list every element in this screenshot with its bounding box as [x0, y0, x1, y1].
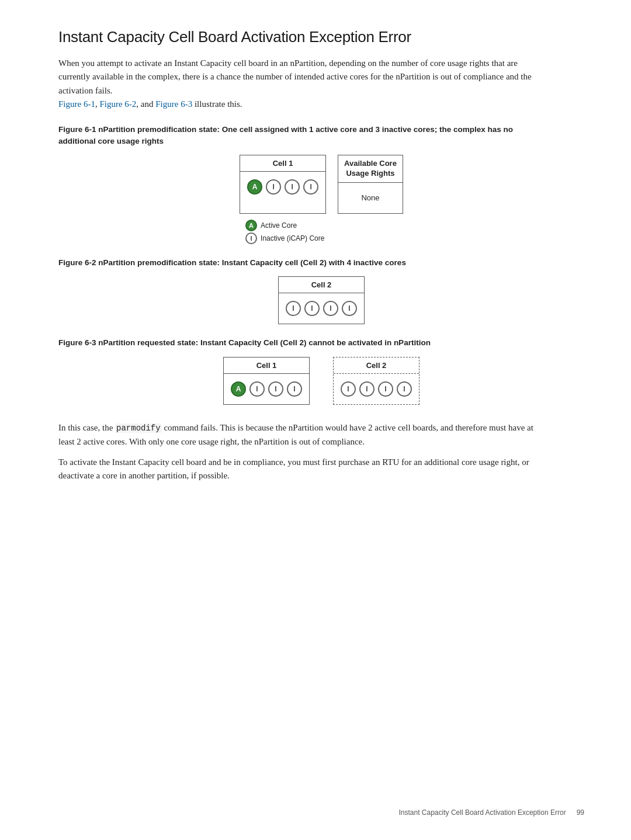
page-footer: Instant Capacity Cell Board Activation E…	[399, 808, 585, 817]
fig3-content: Cell 1 A I I I Cell 2 I I I I	[223, 357, 419, 405]
legend-inactive-item: I Inactive (iCAP) Core	[245, 232, 324, 244]
fig3-cell2-header: Cell 2	[334, 357, 419, 374]
fig2-caption: Figure 6-2 nPartition premodification st…	[58, 257, 538, 269]
fig3-cell2-inactive-2: I	[359, 381, 375, 397]
inactive-core-1-fig1: I	[266, 179, 281, 195]
legend-active-label: Active Core	[261, 221, 297, 230]
fig1-cell1-header: Cell 1	[240, 155, 325, 172]
inactive-core-2-fig1: I	[285, 179, 300, 195]
intro-text: When you attempt to activate an Instant …	[58, 58, 532, 95]
figure1-area: Cell 1 A I I I Available Core Usage Righ…	[58, 155, 584, 244]
parmodify-code: parmodify	[115, 424, 162, 433]
page-title: Instant Capacity Cell Board Activation E…	[58, 28, 584, 46]
fig1-rights-value: None	[338, 183, 403, 213]
fig3-cell1-body: A I I I	[224, 374, 309, 404]
fig3-link[interactable]: Figure 6-3	[155, 99, 192, 109]
fig3-cell2-box: Cell 2 I I I I	[333, 357, 419, 405]
fig1-rights-header: Available Core Usage Rights	[338, 155, 403, 183]
fig3-inactive-1: I	[249, 381, 265, 397]
fig3-cell2-inactive-3: I	[378, 381, 393, 397]
closing-text-2: To activate the Instant Capacity cell bo…	[58, 456, 538, 483]
fig2-inactive-core-3: I	[323, 301, 338, 316]
closing-text-1: In this case, the parmodify command fail…	[58, 421, 538, 449]
figure2-area: Cell 2 I I I I	[58, 276, 584, 324]
fig3-cell2-inactive-4: I	[397, 381, 412, 397]
legend-active-item: A Active Core	[245, 220, 324, 231]
legend-inactive-icon: I	[245, 232, 257, 244]
fig1-legend: A Active Core I Inactive (iCAP) Core	[245, 220, 324, 244]
fig1-boxes: Cell 1 A I I I Available Core Usage Righ…	[240, 155, 403, 214]
fig2-link[interactable]: Figure 6-2	[99, 99, 136, 109]
and-text: , and	[136, 99, 155, 109]
fig3-cell1-box: Cell 1 A I I I	[223, 357, 310, 405]
footer-page-number: 99	[577, 808, 584, 817]
fig3-cell1-header: Cell 1	[224, 357, 309, 374]
fig2-cell2-box: Cell 2 I I I I	[278, 276, 365, 324]
fig2-inactive-core-2: I	[304, 301, 320, 316]
footer-title: Instant Capacity Cell Board Activation E…	[399, 808, 566, 817]
figure3-area: Cell 1 A I I I Cell 2 I I I I	[58, 357, 584, 405]
fig1-caption: Figure 6-1 nPartition premodification st…	[58, 124, 538, 147]
fig3-inactive-2: I	[268, 381, 283, 397]
fig3-cell2-body: I I I I	[334, 374, 419, 404]
fig1-link[interactable]: Figure 6-1	[58, 99, 95, 109]
fig3-cell2-inactive-1: I	[341, 381, 356, 397]
fig1-content: Cell 1 A I I I Available Core Usage Righ…	[240, 155, 403, 244]
inactive-core-3-fig1: I	[303, 179, 318, 195]
fig3-active-core: A	[231, 381, 246, 397]
fig2-inactive-core-4: I	[342, 301, 357, 316]
fig2-inactive-core-1: I	[286, 301, 301, 316]
fig3-caption: Figure 6-3 nPartition requested state: I…	[58, 337, 538, 349]
fig1-rights-box: Available Core Usage Rights None	[338, 155, 403, 214]
intro-paragraph: When you attempt to activate an Instant …	[58, 57, 538, 111]
active-core-icon-fig1: A	[247, 179, 262, 195]
fig1-cell1-box: Cell 1 A I I I	[240, 155, 326, 214]
legend-active-icon: A	[245, 220, 257, 231]
fig1-cell1-body: A I I I	[240, 172, 325, 202]
fig2-cell2-body: I I I I	[279, 293, 364, 324]
fig2-cell2-header: Cell 2	[279, 277, 364, 293]
fig3-inactive-3: I	[287, 381, 302, 397]
illustrate-text: illustrate this.	[192, 99, 242, 109]
legend-inactive-label: Inactive (iCAP) Core	[261, 234, 324, 242]
